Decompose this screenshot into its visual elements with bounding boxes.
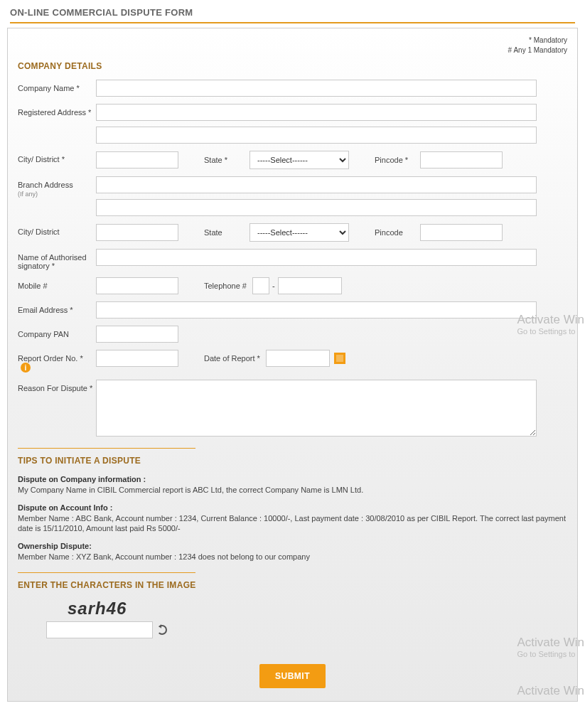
pincode-input-1[interactable] [420, 151, 503, 168]
tip-2-title: Dispute on Account Info : [18, 503, 112, 512]
label-telephone: Telephone # [178, 282, 252, 290]
label-registered-address: Registered Address * [18, 104, 96, 117]
mandatory-text-1: * Mandatory [529, 36, 567, 44]
tip-3-body: Member Name : XYZ Bank, Account number :… [18, 552, 310, 561]
tip-1-title: Dispute on Company information : [18, 475, 146, 483]
form-panel: * Mandatory # Any 1 Mandatory COMPANY DE… [7, 28, 578, 702]
state-select-2[interactable]: -----Select------ [249, 223, 349, 242]
label-report-order-no: Report Order No. * i [18, 350, 96, 373]
telephone-code-input[interactable] [252, 277, 269, 294]
telephone-number-input[interactable] [278, 277, 342, 294]
date-of-report-input[interactable] [266, 350, 330, 367]
label-company-pan: Company PAN [18, 326, 96, 338]
pincode-input-2[interactable] [420, 224, 503, 241]
reload-icon[interactable] [157, 625, 167, 635]
state-select-1[interactable]: -----Select------ [249, 151, 349, 169]
windows-watermark-2: Activate Win Go to Settings to [517, 636, 584, 658]
mobile-input[interactable] [96, 277, 178, 294]
label-branch-text: Branch Address [18, 181, 73, 189]
captcha-input[interactable] [46, 621, 153, 638]
registered-address-input-2[interactable] [96, 127, 537, 144]
branch-address-input-2[interactable] [96, 199, 537, 216]
registered-address-input-1[interactable] [96, 104, 537, 121]
city-input-2[interactable] [96, 224, 178, 241]
company-pan-input[interactable] [96, 326, 178, 343]
reason-for-dispute-textarea[interactable] [96, 380, 537, 437]
tip-3-title: Ownership Dispute: [18, 542, 92, 550]
captcha-top-divider [18, 572, 195, 573]
tip-1-body: My Company Name in CIBIL Commercial repo… [18, 486, 363, 494]
tip-2-body: Member Name : ABC Bank, Account number :… [18, 514, 566, 533]
calendar-icon[interactable] [334, 353, 345, 364]
label-state-2: State [178, 228, 249, 237]
label-report-order-text: Report Order No. * [18, 354, 83, 363]
label-branch-sub: (If any) [18, 191, 38, 198]
authorised-signatory-input[interactable] [96, 249, 537, 266]
branch-address-input-1[interactable] [96, 176, 537, 193]
title-divider [10, 22, 575, 23]
label-authorised-signatory: Name of Authorised signatory * [18, 249, 96, 270]
label-company-name: Company Name * [18, 80, 96, 92]
label-city-2: City/ District [18, 223, 96, 236]
company-name-input[interactable] [96, 80, 537, 97]
label-date-of-report: Date of Report * [178, 354, 266, 363]
label-pincode-2: Pincode [349, 228, 420, 237]
section-company-details: COMPANY DETAILS [18, 61, 567, 71]
submit-button[interactable]: SUBMIT [259, 664, 326, 688]
label-mobile: Mobile # [18, 277, 96, 290]
page-title: ON-LINE COMMERCIAL DISPUTE FORM [0, 0, 585, 22]
mandatory-text-2: # Any 1 Mandatory [508, 46, 567, 54]
report-order-no-input[interactable] [96, 350, 178, 367]
section-captcha: ENTER THE CHARACTERS IN THE IMAGE [18, 580, 567, 590]
mandatory-note: * Mandatory # Any 1 Mandatory [18, 36, 567, 55]
captcha-image-text: sarh46 [46, 599, 127, 619]
label-city-1: City/ District * [18, 151, 96, 164]
email-input[interactable] [96, 301, 537, 318]
label-reason-for-dispute: Reason For Dispute * [18, 380, 96, 392]
section-tips: TIPS TO INITIATE A DISPUTE [18, 456, 567, 466]
city-input-1[interactable] [96, 151, 178, 168]
label-state-1: State * [178, 156, 249, 164]
telephone-separator: - [269, 282, 278, 290]
label-pincode-1: Pincode * [349, 156, 420, 164]
info-icon[interactable]: i [21, 363, 31, 373]
label-branch-address: Branch Address (If any) [18, 176, 96, 198]
captcha-area: sarh46 [46, 599, 567, 638]
label-email: Email Address * [18, 301, 96, 314]
tips-block: Dispute on Company information : My Comp… [18, 474, 567, 562]
tips-top-divider [18, 448, 195, 449]
